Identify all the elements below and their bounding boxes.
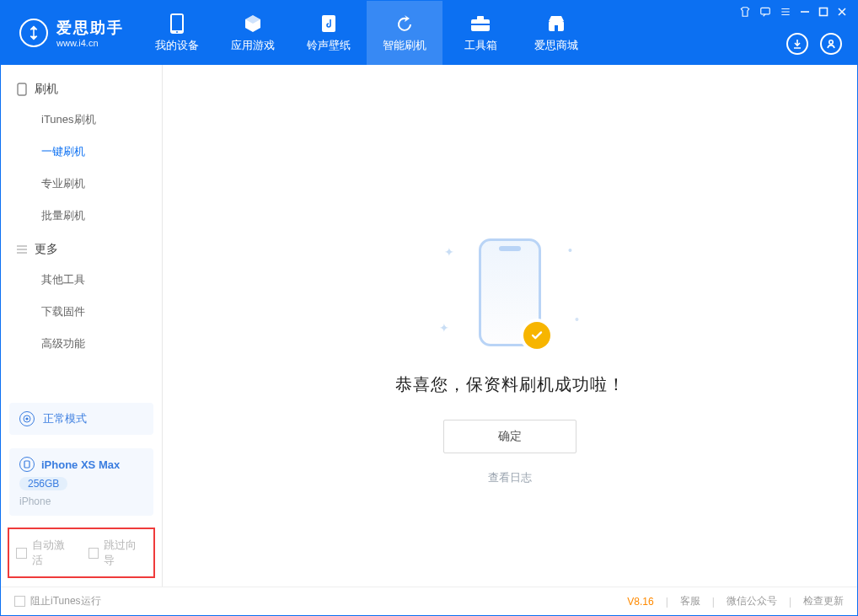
sparkle-icon: ✦	[444, 245, 454, 259]
nav-tab-ringtones[interactable]: 铃声壁纸	[291, 1, 367, 65]
account-button[interactable]	[820, 33, 842, 55]
sidebar-group-title: 更多	[35, 242, 58, 257]
app-name: 爱思助手	[56, 18, 124, 38]
checkbox-box	[16, 548, 27, 559]
ok-button[interactable]: 确定	[443, 420, 576, 453]
app-window: 爱思助手 www.i4.cn 我的设备 应用游戏 铃声壁	[0, 0, 858, 616]
music-icon	[318, 13, 340, 35]
sidebar-group-more: 更多	[1, 232, 162, 264]
app-url: www.i4.cn	[56, 38, 124, 48]
nav-label: 爱思商城	[534, 38, 578, 53]
toolbox-icon	[469, 13, 491, 35]
svg-point-2	[176, 31, 178, 33]
footer-link-update[interactable]: 检查更新	[803, 594, 844, 608]
nav-tab-flash[interactable]: 智能刷机	[367, 1, 442, 65]
feedback-icon[interactable]	[759, 6, 771, 18]
list-icon	[16, 244, 28, 255]
mode-label: 正常模式	[43, 411, 87, 426]
nav-tabs: 我的设备 应用游戏 铃声壁纸 智能刷机	[139, 1, 594, 65]
sparkle-icon: ✦	[439, 321, 449, 335]
cube-icon	[242, 13, 264, 35]
footer-link-wechat[interactable]: 微信公众号	[727, 594, 777, 608]
separator: |	[784, 596, 796, 608]
window-controls	[739, 6, 847, 18]
svg-point-13	[25, 417, 28, 420]
svg-rect-12	[18, 83, 26, 95]
refresh-icon	[394, 13, 416, 35]
menu-icon[interactable]	[780, 6, 791, 18]
shirt-icon[interactable]	[739, 6, 751, 18]
checkbox-box	[14, 596, 25, 607]
header: 爱思助手 www.i4.cn 我的设备 应用游戏 铃声壁	[1, 1, 857, 65]
svg-rect-10	[820, 8, 828, 16]
device-icon	[166, 13, 188, 35]
logo-text: 爱思助手 www.i4.cn	[56, 18, 124, 48]
version-label: V8.16	[627, 596, 653, 608]
svg-point-11	[829, 40, 833, 44]
maximize-button[interactable]	[818, 7, 829, 17]
logo: 爱思助手 www.i4.cn	[1, 18, 139, 48]
nav-tab-device[interactable]: 我的设备	[139, 1, 215, 65]
checkbox-box	[88, 548, 99, 559]
svg-rect-9	[761, 8, 770, 14]
download-button[interactable]	[786, 33, 808, 55]
nav-label: 工具箱	[464, 38, 497, 53]
sidebar-item-download-firmware[interactable]: 下载固件	[1, 296, 162, 328]
body: 刷机 iTunes刷机 一键刷机 专业刷机 批量刷机 更多 其他工具 下载固件 …	[1, 65, 857, 587]
checkbox-skip-guide[interactable]: 跳过向导	[88, 538, 147, 568]
checkbox-auto-activate[interactable]: 自动激活	[16, 538, 75, 568]
sidebar-item-advanced[interactable]: 高级功能	[1, 328, 162, 360]
view-log-link[interactable]: 查看日志	[488, 470, 532, 485]
minimize-button[interactable]	[800, 7, 810, 17]
success-message: 恭喜您，保资料刷机成功啦！	[395, 373, 625, 396]
sparkle-icon: •	[575, 313, 579, 326]
logo-icon	[19, 19, 48, 47]
close-button[interactable]	[837, 7, 847, 17]
sidebar-group-flash: 刷机	[1, 72, 162, 104]
separator: |	[707, 596, 720, 608]
checkmark-badge-icon	[523, 322, 550, 349]
svg-rect-6	[471, 24, 490, 25]
sidebar-item-itunes-flash[interactable]: iTunes刷机	[1, 104, 162, 136]
nav-tab-toolbox[interactable]: 工具箱	[442, 1, 518, 65]
checkbox-label: 跳过向导	[104, 538, 147, 568]
phone-illustration-icon	[479, 238, 541, 346]
checkbox-label: 阻止iTunes运行	[30, 594, 101, 608]
mode-card[interactable]: 正常模式	[9, 403, 153, 435]
success-illustration: ✦ • ✦ •	[426, 233, 594, 351]
sidebar-item-pro-flash[interactable]: 专业刷机	[1, 168, 162, 200]
nav-label: 应用游戏	[231, 38, 275, 53]
footer-right: V8.16 | 客服 | 微信公众号 | 检查更新	[627, 594, 844, 608]
header-actions	[786, 33, 842, 55]
nav-tab-store[interactable]: 爱思商城	[518, 1, 594, 65]
device-icon	[19, 457, 35, 472]
checkbox-block-itunes[interactable]: 阻止iTunes运行	[14, 594, 101, 608]
sparkle-icon: •	[568, 244, 572, 257]
svg-rect-1	[172, 15, 182, 30]
svg-rect-5	[477, 16, 484, 20]
store-icon	[545, 13, 567, 35]
device-name: iPhone XS Max	[41, 458, 120, 471]
nav-label: 我的设备	[155, 38, 199, 53]
sidebar-scroll: 刷机 iTunes刷机 一键刷机 专业刷机 批量刷机 更多 其他工具 下载固件 …	[1, 65, 162, 396]
footer-left: 阻止iTunes运行	[14, 594, 101, 608]
device-storage: 256GB	[19, 477, 67, 490]
sidebar-item-batch-flash[interactable]: 批量刷机	[1, 200, 162, 232]
footer-link-service[interactable]: 客服	[680, 594, 700, 608]
nav-tab-apps[interactable]: 应用游戏	[215, 1, 291, 65]
mode-icon	[19, 411, 35, 426]
sidebar-group-title: 刷机	[35, 82, 58, 97]
device-type: iPhone	[19, 495, 51, 507]
separator: |	[661, 596, 673, 608]
sidebar-item-other-tools[interactable]: 其他工具	[1, 264, 162, 296]
footer: 阻止iTunes运行 V8.16 | 客服 | 微信公众号 | 检查更新	[1, 587, 857, 615]
device-card[interactable]: iPhone XS Max 256GB iPhone	[9, 448, 153, 516]
svg-rect-15	[24, 461, 29, 468]
phone-icon	[16, 83, 28, 95]
checkbox-label: 自动激活	[32, 538, 75, 568]
sidebar: 刷机 iTunes刷机 一键刷机 专业刷机 批量刷机 更多 其他工具 下载固件 …	[1, 65, 163, 587]
nav-label: 铃声壁纸	[307, 38, 351, 53]
svg-rect-8	[555, 25, 558, 31]
sidebar-item-oneclick-flash[interactable]: 一键刷机	[1, 136, 162, 168]
nav-label: 智能刷机	[383, 38, 426, 53]
